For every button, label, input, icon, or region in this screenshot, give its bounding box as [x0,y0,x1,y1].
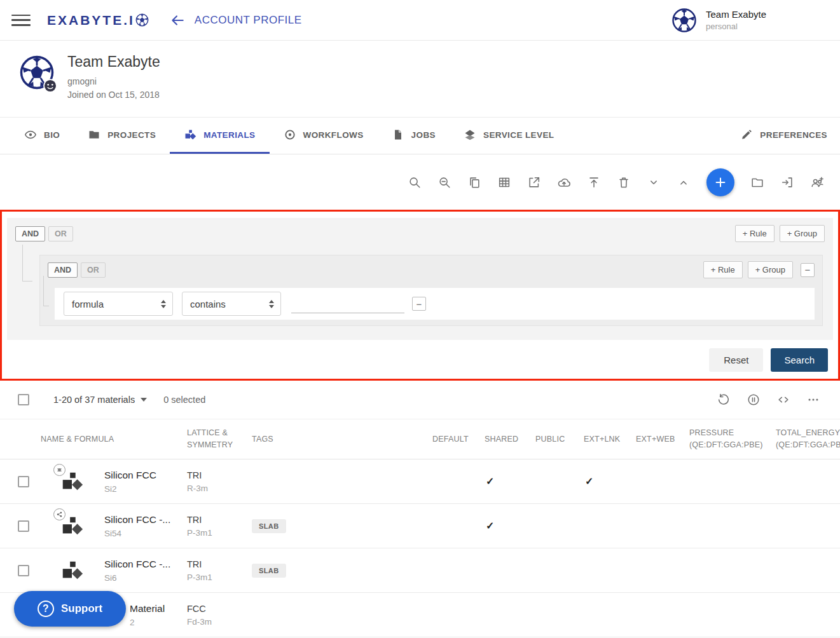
zoom-out-icon[interactable] [437,175,452,190]
table-row[interactable]: Silicon FCC -... Si54 TRIP-3m1 SLAB ✓ [0,504,840,548]
import-icon[interactable] [780,175,795,190]
col-name-formula[interactable]: NAME & FORMULA [41,435,187,444]
lattice: FCC [187,604,252,614]
pencil-icon [740,128,753,141]
back-arrow-icon[interactable] [169,12,186,29]
inner-add-rule-button[interactable]: + Rule [703,261,743,278]
col-shared[interactable]: SHARED [483,435,534,444]
outer-or-toggle[interactable]: OR [48,226,73,241]
share-badge-icon [53,508,65,520]
refresh-icon[interactable] [716,392,731,407]
row-checkbox[interactable] [18,565,29,576]
rule-field-select[interactable]: formula [64,292,173,316]
inner-or-toggle[interactable]: OR [81,262,106,278]
account-menu[interactable]: Team Exabyte personal [671,8,827,33]
delete-icon[interactable] [616,175,631,190]
workflows-icon [284,128,296,141]
tab-projects[interactable]: PROJECTS [74,118,170,154]
plus-icon [713,175,727,189]
outer-and-toggle[interactable]: AND [15,226,45,241]
tab-bio[interactable]: BIO [10,118,74,154]
tab-preferences-label: PREFERENCES [760,130,827,140]
symmetry: Fd-3m [187,617,252,627]
material-name: Material [130,603,165,614]
symmetry: P-3m1 [187,573,252,582]
remove-group-button[interactable]: − [801,263,815,277]
link-badge-icon [53,464,65,476]
col-lattice-symmetry[interactable]: LATTICE & SYMMETRY [187,427,252,451]
ext-lnk-flag: ✓ [582,475,635,487]
search-button[interactable]: Search [771,348,828,372]
upload-icon[interactable] [586,175,602,190]
selected-count: 0 selected [163,395,205,405]
rule-field-value: formula [72,299,104,309]
logo[interactable]: EXABYTE.I [47,13,149,28]
grid-icon[interactable] [497,175,512,190]
tab-bio-label: BIO [44,130,60,140]
material-formula: Si54 [104,529,170,538]
tab-service-level-label: SERVICE LEVEL [483,130,554,140]
query-group-inner: AND OR + Rule + Group − formula contains [39,255,823,326]
chevron-down-icon[interactable] [646,175,661,190]
select-all-checkbox[interactable] [18,394,29,405]
tab-materials[interactable]: MATERIALS [170,118,269,154]
col-tags[interactable]: TAGS [252,435,431,444]
add-material-button[interactable] [706,168,734,196]
col-ext-lnk[interactable]: EXT+LNK [582,435,635,444]
support-button[interactable]: ? Support [14,591,126,627]
folder-icon [88,128,100,141]
tab-materials-label: MATERIALS [203,130,255,140]
table-row[interactable]: Material 2 FCCFd-3m [0,593,840,637]
tag-badge: SLAB [252,519,286,533]
material-thumbnail [60,470,84,494]
outer-add-rule-button[interactable]: + Rule [735,225,775,242]
row-checkbox[interactable] [18,476,29,487]
materials-count-dropdown[interactable]: 1-20 of 37 materials [53,395,147,405]
rule-operator-select[interactable]: contains [182,292,281,316]
menu-icon[interactable] [11,13,31,27]
rule-value-input[interactable] [291,294,404,313]
logo-text: EXABYTE.I [47,13,135,28]
table-row[interactable]: Silicon FCC -... Si6 TRIP-3m1 SLAB [0,548,840,593]
tab-workflows[interactable]: WORKFLOWS [270,118,378,154]
add-group-icon[interactable] [809,175,825,190]
materials-toolbar [0,154,840,210]
code-icon[interactable] [776,392,791,407]
reset-button[interactable]: Reset [709,348,763,372]
tag-badge: SLAB [252,564,286,578]
lattice: TRI [187,470,252,480]
tree-connector [22,245,32,282]
search-icon[interactable] [407,175,422,190]
tab-service-level[interactable]: SERVICE LEVEL [450,118,568,154]
col-pressure[interactable]: PRESSURE (QE:DFT:GGA:PBE) [689,427,771,451]
tab-jobs[interactable]: JOBS [378,118,450,154]
col-total-energy[interactable]: TOTAL_ENERGY (QE:DFT:GGA:PB [771,427,840,451]
symmetry: R-3m [187,484,252,493]
inner-and-toggle[interactable]: AND [48,262,78,278]
top-header: EXABYTE.I ACCOUNT PROFILE Team Exabyte p… [0,0,840,41]
remove-rule-button[interactable]: − [412,297,426,311]
cloud-upload-icon[interactable] [556,175,572,190]
pause-icon[interactable] [746,392,761,407]
document-icon [392,128,404,141]
outer-add-group-button[interactable]: + Group [780,225,825,242]
eye-icon [24,128,37,141]
col-ext-web[interactable]: EXT+WEB [635,435,689,444]
lattice: TRI [187,559,252,569]
account-name: Team Exabyte [706,9,766,20]
more-icon[interactable] [806,392,821,407]
folder-icon[interactable] [750,175,765,190]
material-name: Silicon FCC -... [104,514,170,526]
face-badge-icon [43,79,57,93]
copy-icon[interactable] [467,175,482,190]
col-default[interactable]: DEFAULT [431,435,483,444]
col-public[interactable]: PUBLIC [534,435,582,444]
inner-add-group-button[interactable]: + Group [748,261,793,278]
row-checkbox[interactable] [18,520,29,532]
profile-tabs: BIO PROJECTS MATERIALS WORKFLOWS JOBS SE… [0,117,840,154]
query-group-outer: AND OR + Rule + Group AND OR + Rule + Gr… [7,218,833,340]
tab-preferences[interactable]: PREFERENCES [726,118,840,154]
table-row[interactable]: Silicon FCC Si2 TRIR-3m ✓ ✓ [0,459,840,504]
chevron-up-icon[interactable] [676,175,691,190]
open-in-new-icon[interactable] [527,175,542,190]
